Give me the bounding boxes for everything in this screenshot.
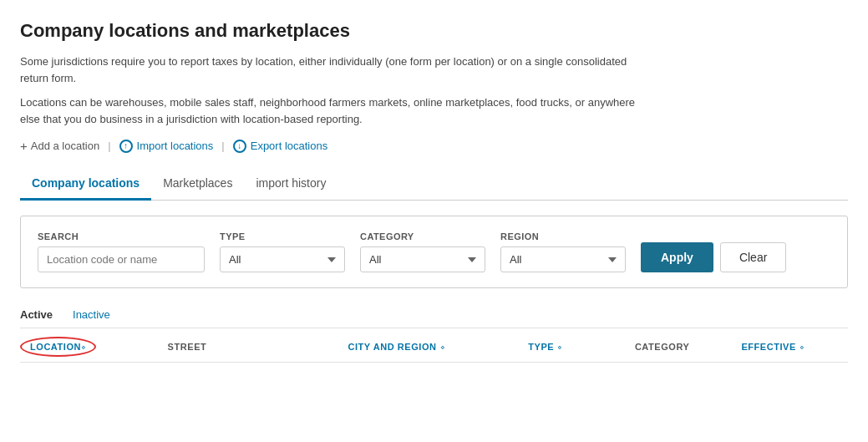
- category-label: CATEGORY: [360, 231, 485, 241]
- export-icon: ↓: [233, 140, 246, 153]
- search-input[interactable]: [38, 246, 205, 272]
- import-locations-link[interactable]: ↑ Import locations: [119, 140, 214, 153]
- col-city-region[interactable]: CITY AND REGION ⬦: [348, 342, 528, 352]
- filter-box: SEARCH TYPE All Physical Remote Marketpl…: [20, 216, 848, 288]
- search-label: SEARCH: [38, 231, 205, 241]
- import-icon: ↑: [119, 140, 133, 153]
- col-type[interactable]: TYPE ⬦: [528, 342, 635, 352]
- actions-bar: + Add a location | ↑ Import locations | …: [20, 139, 848, 153]
- city-sort-icon: ⬦: [440, 343, 445, 351]
- category-select[interactable]: All Warehouse Office Retail: [360, 246, 485, 272]
- col-effective[interactable]: EFFECTIVE ⬦: [741, 342, 848, 352]
- plus-icon: +: [20, 139, 28, 153]
- status-tab-inactive[interactable]: Inactive: [73, 303, 120, 328]
- col-location[interactable]: LOCATION ⬦: [20, 337, 168, 357]
- separator-1: |: [108, 140, 110, 152]
- location-circle: LOCATION ⬦: [20, 337, 96, 357]
- category-group: CATEGORY All Warehouse Office Retail: [360, 231, 485, 272]
- type-select[interactable]: All Physical Remote Marketplace: [220, 246, 345, 272]
- status-tabs: Active Inactive: [20, 303, 848, 328]
- type-label: TYPE: [220, 231, 345, 241]
- page-title: Company locations and marketplaces: [20, 20, 848, 42]
- table-header: LOCATION ⬦ STREET CITY AND REGION ⬦ TYPE…: [20, 328, 848, 363]
- location-sort-icon: ⬦: [81, 343, 86, 351]
- clear-button[interactable]: Clear: [720, 242, 786, 272]
- tab-marketplaces[interactable]: Marketplaces: [151, 170, 244, 201]
- col-category: CATEGORY: [635, 342, 742, 352]
- col-street: STREET: [168, 342, 348, 352]
- add-location-link[interactable]: + Add a location: [20, 139, 99, 153]
- type-sort-icon: ⬦: [557, 343, 562, 351]
- export-locations-link[interactable]: ↓ Export locations: [233, 140, 328, 153]
- filter-buttons: Apply Clear: [641, 242, 786, 272]
- type-group: TYPE All Physical Remote Marketplace: [220, 231, 345, 272]
- region-label: REGION: [500, 231, 626, 241]
- separator-2: |: [221, 140, 224, 152]
- import-locations-label: Import locations: [137, 140, 214, 152]
- add-location-label: Add a location: [31, 140, 99, 152]
- description-1: Some jurisdictions require you to report…: [20, 53, 638, 86]
- effective-sort-icon: ⬦: [799, 343, 805, 351]
- apply-button[interactable]: Apply: [641, 242, 713, 272]
- tab-company-locations[interactable]: Company locations: [20, 170, 151, 201]
- description-2: Locations can be warehouses, mobile sale…: [20, 94, 638, 127]
- search-group: SEARCH: [38, 231, 205, 272]
- main-tabs: Company locations Marketplaces import hi…: [20, 170, 848, 201]
- region-group: REGION All US EU APAC: [500, 231, 626, 272]
- tab-import-history[interactable]: import history: [244, 170, 338, 201]
- region-select[interactable]: All US EU APAC: [500, 246, 626, 272]
- export-locations-label: Export locations: [251, 140, 328, 152]
- status-tab-active[interactable]: Active: [20, 303, 63, 328]
